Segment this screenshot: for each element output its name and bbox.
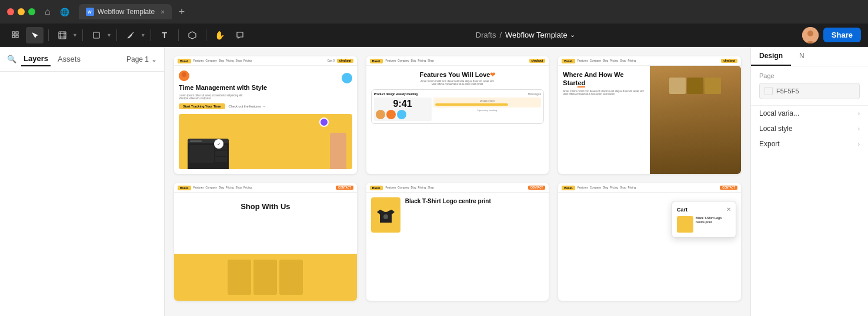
frame-2-title: Features You Will Love❤ xyxy=(371,70,545,79)
sidebar-header: 🔍 Layers Assets Page 1 ⌄ xyxy=(0,47,164,72)
globe-icon: 🌐 xyxy=(60,8,69,16)
frame-4-inner: Basel. Features Company Blog Pricing Sho… xyxy=(174,183,357,301)
frame-1-inner: Basel. Features Company Blog Pricing Sho… xyxy=(174,56,357,174)
right-panel: Design N Page F5F5F5 Local varia... › Lo… xyxy=(750,47,868,316)
rect-tool-button[interactable] xyxy=(88,27,105,43)
pen-tool-chevron: ▼ xyxy=(141,32,146,38)
local-style-label: Local style xyxy=(759,125,793,133)
tool-separator-1 xyxy=(48,29,49,41)
search-icon: 🔍 xyxy=(7,55,16,63)
tab-navigate[interactable]: N xyxy=(791,47,813,66)
frame-2-inner: Basel. Features Company Blog Pricing Sho… xyxy=(366,56,549,174)
home-button[interactable]: ⌂ xyxy=(45,6,51,17)
dot-green xyxy=(28,8,35,15)
pen-tool-button[interactable] xyxy=(122,27,139,43)
frame-5-title: Black T-Shirt Logo centre print xyxy=(405,197,491,205)
cart-title: Cart xyxy=(677,207,687,213)
tool-separator-2 xyxy=(82,29,83,41)
frame-1[interactable]: Basel. Features Company Blog Pricing Sho… xyxy=(174,56,357,174)
frame-3-title: Where And How WeStarted xyxy=(563,70,645,88)
frame-1-title: Time Management with Style xyxy=(179,83,338,92)
export-label: Export xyxy=(759,140,780,148)
local-style-row[interactable]: Local style › xyxy=(751,121,868,136)
page-name-chevron[interactable]: ⌄ xyxy=(570,31,575,39)
canvas[interactable]: Basel. Features Company Blog Pricing Sho… xyxy=(165,47,750,316)
svg-rect-4 xyxy=(12,35,15,38)
svg-rect-2 xyxy=(12,32,15,34)
breadcrumb-separator: / xyxy=(499,31,502,39)
frame-5[interactable]: Basel. Features Company Blog Pricing Sho… xyxy=(366,183,549,301)
browser-tab[interactable]: W Webflow Template × xyxy=(79,4,172,19)
page-section: Page F5F5F5 xyxy=(751,66,868,106)
page-name-label: Webflow Template ⌄ xyxy=(505,31,575,39)
svg-point-17 xyxy=(383,214,388,219)
frame-6-inner: Basel. Features Company Blog Pricing Sho… xyxy=(558,183,741,301)
frame-4-title: Shop With Us xyxy=(179,202,352,211)
tab-design[interactable]: Design xyxy=(751,47,791,66)
dot-yellow xyxy=(18,8,25,15)
rect-tool-chevron: ▼ xyxy=(106,32,112,38)
frame-tool-button[interactable] xyxy=(54,27,71,43)
page-section-label: Page xyxy=(759,72,860,79)
local-variables-label: Local varia... xyxy=(759,109,799,117)
main-layout: 🔍 Layers Assets Page 1 ⌄ Basel. Features xyxy=(0,47,868,316)
export-row[interactable]: Export › xyxy=(751,136,868,152)
svg-point-13 xyxy=(807,31,813,36)
frame-2[interactable]: Basel. Features Company Blog Pricing Sho… xyxy=(366,56,549,174)
browser-chrome: ⌂ 🌐 W Webflow Template × + xyxy=(0,0,868,23)
page-selector[interactable]: Page 1 ⌄ xyxy=(126,55,157,63)
comment-tool-button[interactable] xyxy=(231,27,249,43)
new-tab-button[interactable]: + xyxy=(179,6,185,18)
tool-group-frame: ▼ xyxy=(54,27,78,43)
cart-close-icon[interactable]: ✕ xyxy=(726,206,731,213)
component-tool-button[interactable] xyxy=(183,27,201,43)
tab-assets[interactable]: Assets xyxy=(55,52,83,66)
toolbar-breadcrumb: Drafts / Webflow Template ⌄ xyxy=(251,31,800,39)
frame-4[interactable]: Basel. Features Company Blog Pricing Sho… xyxy=(174,183,357,301)
svg-rect-3 xyxy=(16,32,18,34)
tab-close-button[interactable]: × xyxy=(161,8,164,15)
frame-3[interactable]: Basel. Features Company Blog Pricing Sho… xyxy=(558,56,741,174)
local-variables-row[interactable]: Local varia... › xyxy=(751,106,868,121)
toolbar: ▼ ▼ ▼ T ✋ Drafts / Webflow Template ⌄ Sh xyxy=(0,23,868,47)
hand-tool-button[interactable]: ✋ xyxy=(211,27,229,43)
page-selector-chevron: ⌄ xyxy=(151,55,157,63)
svg-text:W: W xyxy=(88,10,92,14)
tool-separator-6 xyxy=(206,29,206,41)
cart-item-thumbnail xyxy=(677,216,693,233)
frame-6[interactable]: Basel. Features Company Blog Pricing Sho… xyxy=(558,183,741,301)
layers-panel xyxy=(0,72,164,316)
svg-rect-6 xyxy=(59,32,66,39)
browser-url-area: 🌐 xyxy=(60,8,69,16)
tool-separator-5 xyxy=(178,29,179,41)
toolbar-right: Share xyxy=(802,27,861,43)
select-tool-button[interactable] xyxy=(7,27,25,43)
breadcrumb-drafts[interactable]: Drafts xyxy=(476,31,496,39)
panel-tabs: Design N xyxy=(751,47,868,66)
tool-group-shape: ▼ xyxy=(88,27,112,43)
frame-1-subtitle: Lorem ipsum dolor sit amet, consectetur … xyxy=(179,94,338,100)
page-color-swatch xyxy=(764,87,773,95)
browser-dots xyxy=(7,8,35,15)
tab-title: Webflow Template xyxy=(98,8,155,16)
page-color-box[interactable]: F5F5F5 xyxy=(759,83,860,99)
svg-point-15 xyxy=(182,72,186,77)
tool-group-pen: ▼ xyxy=(122,27,146,43)
local-style-chevron: › xyxy=(858,126,860,132)
tool-separator-3 xyxy=(116,29,117,41)
text-tool-button[interactable]: T xyxy=(156,27,173,43)
sidebar: 🔍 Layers Assets Page 1 ⌄ xyxy=(0,47,165,316)
dot-red xyxy=(7,8,14,15)
share-button[interactable]: Share xyxy=(823,28,861,42)
tab-layers[interactable]: Layers xyxy=(21,52,51,66)
frame-3-inner: Basel. Features Company Blog Pricing Sho… xyxy=(558,56,741,174)
frame-tool-chevron: ▼ xyxy=(72,32,78,38)
page-color-value: F5F5F5 xyxy=(776,88,799,95)
export-chevron: › xyxy=(858,141,860,147)
arrow-tool-button[interactable] xyxy=(26,27,44,43)
tab-favicon: W xyxy=(86,8,94,16)
local-variables-chevron: › xyxy=(858,110,860,117)
user-avatar[interactable] xyxy=(802,27,819,43)
tool-group-select xyxy=(7,27,44,43)
cart-item-name: Black T-Shirt Logo centre print xyxy=(696,216,731,224)
